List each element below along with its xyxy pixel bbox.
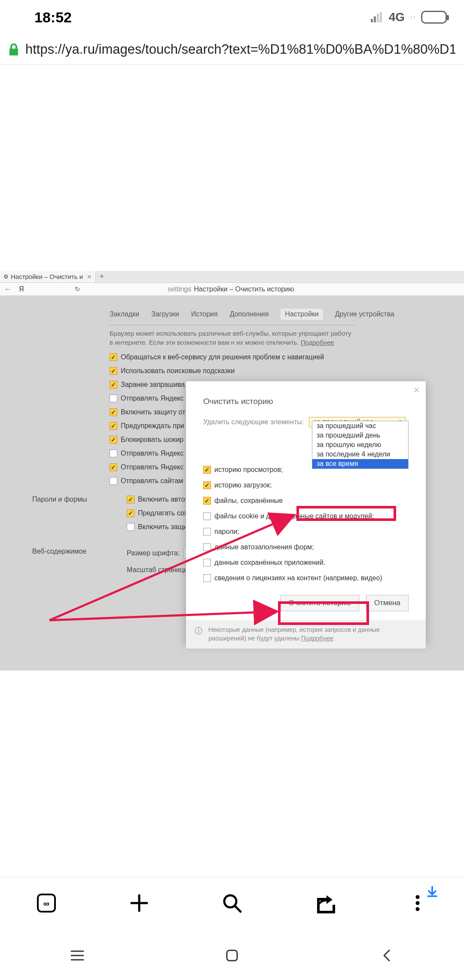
dropdown-option-selected[interactable]: за все время	[312, 459, 408, 469]
signal-icon	[371, 12, 384, 22]
option-row[interactable]: файлы, сохранённые	[203, 497, 409, 505]
dropdown-option[interactable]: за прошлую неделю	[312, 440, 408, 450]
dialog-title: Очистить историю	[186, 381, 426, 406]
gear-icon: ⚙	[3, 273, 9, 280]
tab-history[interactable]: История	[191, 309, 218, 320]
footer-more-link[interactable]: Подробнее	[301, 635, 333, 642]
option-row[interactable]: Использовать поисковые подсказки	[110, 367, 464, 375]
checkbox-icon[interactable]	[110, 463, 117, 471]
svg-point-9	[416, 901, 420, 905]
inner-toolbar: ← Я ↻ settingsНастройки – Очистить истор…	[0, 283, 464, 296]
tab-addons[interactable]: Дополнения	[230, 309, 269, 320]
option-row[interactable]: данные автозаполнения форм;	[203, 543, 409, 551]
yandex-logo-icon[interactable]: Я	[19, 285, 24, 293]
checkbox-icon[interactable]	[110, 422, 117, 430]
checkbox-icon[interactable]	[203, 559, 211, 567]
annotation-highlight-box	[296, 506, 396, 521]
close-tab-icon[interactable]: ✕	[87, 273, 92, 280]
svg-point-8	[416, 895, 420, 899]
checkbox-icon[interactable]	[203, 512, 211, 520]
url-bar[interactable]: https://ya.ru/images/touch/search?text=%…	[0, 34, 464, 64]
status-bar: 18:52 4G ↓↑	[0, 0, 464, 34]
option-row[interactable]: пароли;	[203, 528, 409, 536]
embedded-screenshot: ⚙ Настройки – Очистить и ✕ + ← Я ↻ setti…	[0, 271, 464, 675]
checkbox-icon[interactable]	[110, 408, 117, 416]
back-icon[interactable]: ←	[4, 285, 11, 293]
more-link[interactable]: Подробнее	[301, 339, 334, 346]
tab-settings[interactable]: Настройки	[281, 309, 323, 320]
home-button[interactable]	[224, 948, 240, 965]
checkbox-icon[interactable]	[203, 481, 211, 489]
tabs-button[interactable]: ∞	[34, 890, 59, 916]
cancel-button[interactable]: Отмена	[366, 595, 409, 611]
dialog-close-icon[interactable]: ✕	[413, 386, 420, 395]
lock-icon	[9, 43, 19, 55]
checkbox-icon[interactable]	[110, 381, 117, 389]
section-label: Пароли и формы	[32, 496, 101, 503]
checkbox-icon[interactable]	[203, 466, 211, 474]
checkbox-icon[interactable]	[110, 436, 117, 444]
reload-icon[interactable]: ↻	[75, 285, 80, 293]
network-label: 4G	[389, 10, 405, 24]
checkbox-icon[interactable]	[110, 367, 117, 375]
download-indicator-icon	[426, 886, 438, 900]
url-text: https://ya.ru/images/touch/search?text=%…	[25, 42, 455, 57]
dropdown-option[interactable]: за последние 4 недели	[312, 450, 408, 459]
time-range-dropdown: за прошедший час за прошедший день за пр…	[312, 421, 409, 469]
recents-button[interactable]	[70, 948, 85, 965]
search-button[interactable]	[219, 890, 245, 916]
new-tab-button[interactable]	[126, 890, 152, 916]
svg-line-7	[235, 906, 241, 912]
section-label: Веб-содержимое	[32, 548, 101, 555]
battery-icon	[421, 11, 447, 24]
browser-bottom-nav: ∞	[0, 877, 464, 928]
option-row[interactable]: данные сохранённых приложений.	[203, 559, 409, 567]
svg-point-10	[416, 907, 420, 911]
checkbox-icon[interactable]	[203, 497, 211, 505]
checkbox-icon[interactable]	[110, 395, 117, 402]
system-nav	[0, 933, 464, 980]
inner-tab-title: Настройки – Очистить и	[11, 273, 83, 280]
share-button[interactable]	[312, 890, 338, 916]
checkbox-icon[interactable]	[203, 528, 211, 536]
svg-text:∞: ∞	[43, 899, 49, 908]
dropdown-option[interactable]: за прошедший день	[312, 431, 408, 440]
info-icon: ⓘ	[195, 626, 202, 643]
tab-devices[interactable]: Другие устройства	[335, 309, 394, 320]
checkbox-icon[interactable]	[127, 496, 134, 503]
tab-bookmarks[interactable]: Закладки	[110, 309, 139, 320]
status-right: 4G ↓↑	[371, 10, 447, 24]
settings-page: Закладки Загрузки История Дополнения Нас…	[0, 296, 464, 671]
settings-tabs: Закладки Загрузки История Дополнения Нас…	[0, 309, 464, 320]
option-row[interactable]: историю загрузок;	[203, 481, 409, 489]
checkbox-icon[interactable]	[110, 353, 117, 361]
dropdown-option[interactable]: за прошедший час	[312, 421, 408, 431]
menu-button[interactable]	[405, 890, 430, 916]
option-row[interactable]: сведения о лицензиях на контент (наприме…	[203, 574, 409, 582]
tab-downloads[interactable]: Загрузки	[151, 309, 179, 320]
annotation-highlight-box	[278, 601, 369, 625]
checkbox-icon[interactable]	[127, 509, 134, 517]
checkbox-icon[interactable]	[110, 450, 117, 457]
checkbox-icon[interactable]	[203, 574, 211, 582]
checkbox-icon[interactable]	[203, 543, 211, 551]
checkbox-icon[interactable]	[110, 477, 117, 485]
inner-page-title: settingsНастройки – Очистить историю	[88, 285, 460, 293]
svg-rect-14	[227, 950, 237, 961]
back-button[interactable]	[379, 948, 394, 965]
settings-description: Браузер может использовать различные веб…	[0, 325, 464, 347]
dialog-options: историю просмотров; историю загрузок; фа…	[203, 466, 409, 582]
option-row[interactable]: Обращаться к веб-сервису для решения про…	[110, 353, 464, 361]
status-time: 18:52	[34, 9, 72, 26]
inner-tab-strip: ⚙ Настройки – Очистить и ✕ +	[0, 271, 464, 283]
content-area: ⚙ Настройки – Очистить и ✕ + ← Я ↻ setti…	[0, 64, 464, 890]
inner-tab[interactable]: ⚙ Настройки – Очистить и ✕	[0, 271, 96, 282]
network-arrows-icon: ↓↑	[410, 14, 416, 21]
new-tab-button[interactable]: +	[96, 272, 108, 281]
checkbox-icon[interactable]	[127, 523, 134, 531]
